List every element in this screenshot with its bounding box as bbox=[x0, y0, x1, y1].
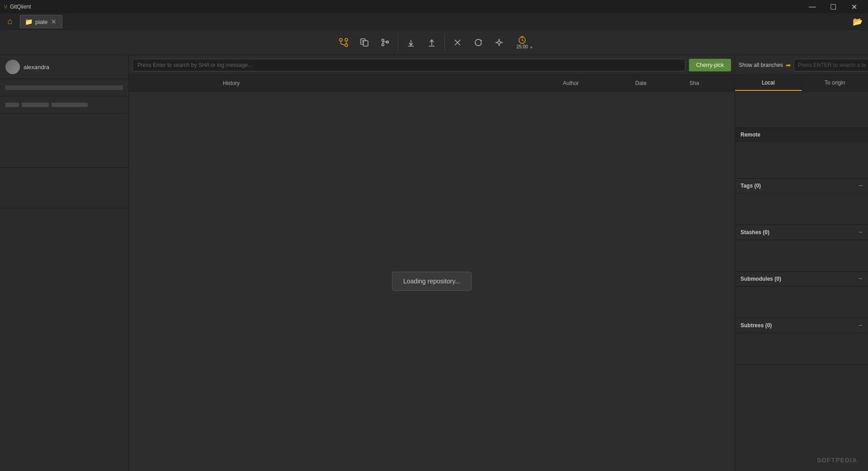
maximize-button[interactable]: ☐ bbox=[823, 0, 844, 14]
minimize-button[interactable]: — bbox=[802, 0, 823, 14]
cherry-pick-button[interactable]: Cherry-pick bbox=[689, 59, 731, 71]
avatar-image bbox=[5, 60, 20, 74]
svg-point-0 bbox=[340, 38, 342, 41]
toolbar-sep-1 bbox=[398, 34, 398, 51]
timer-button[interactable]: 25:00 ▾ bbox=[510, 33, 534, 52]
to-origin-tab[interactable]: To origin bbox=[802, 75, 868, 91]
repo-tab-piale[interactable]: 📁 piale ✕ bbox=[20, 15, 62, 28]
sidebar-repo-row-2[interactable] bbox=[0, 96, 128, 113]
submodules-collapse-icon: − bbox=[859, 275, 863, 283]
local-section bbox=[735, 91, 868, 128]
subtrees-body bbox=[735, 333, 868, 365]
titlebar-controls: — ☐ ✕ bbox=[802, 0, 864, 14]
pull-button[interactable] bbox=[401, 33, 421, 52]
loading-box: Loading repository... bbox=[392, 272, 472, 291]
remote-label: Remote bbox=[741, 132, 760, 138]
home-tab[interactable]: ⌂ bbox=[2, 15, 18, 28]
avatar bbox=[5, 60, 20, 74]
branch-tabs: Local To origin bbox=[735, 75, 868, 91]
remote-section: Remote bbox=[735, 128, 868, 179]
tags-label: Tags (0) bbox=[741, 183, 761, 189]
sidebar-empty-section-1 bbox=[0, 113, 128, 168]
log-area: Loading repository... bbox=[129, 91, 735, 471]
push-button[interactable] bbox=[422, 33, 442, 52]
repo-tab-label: piale bbox=[35, 19, 47, 25]
submodules-section-header[interactable]: Submodules (0) − bbox=[735, 272, 868, 287]
sidebar-repo-bar-1 bbox=[5, 85, 123, 90]
repo-folder-icon: 📂 bbox=[853, 17, 866, 27]
tags-body bbox=[735, 193, 868, 225]
subtrees-label: Subtrees (0) bbox=[741, 322, 772, 329]
branch-search-bar: Show all branches ➦ bbox=[735, 55, 868, 75]
table-header: History Author Date Sha bbox=[129, 75, 735, 91]
svg-rect-7 bbox=[363, 41, 368, 46]
stashes-section-header[interactable]: Stashes (0) − bbox=[735, 225, 868, 240]
content-area: Cherry-pick History Author Date Sha Load… bbox=[129, 55, 735, 471]
tags-section-header[interactable]: Tags (0) − bbox=[735, 179, 868, 193]
loading-text: Loading repository... bbox=[403, 278, 460, 285]
settings-button[interactable] bbox=[489, 33, 509, 52]
col-history: History bbox=[219, 80, 563, 86]
timer-chevron-icon: ▾ bbox=[530, 45, 533, 50]
repo-tab-icon: 📁 bbox=[25, 18, 33, 25]
sidebar: alexandra bbox=[0, 55, 129, 471]
toolbar-sep-2 bbox=[444, 34, 445, 51]
svg-point-20 bbox=[498, 41, 500, 44]
tags-collapse-icon: − bbox=[859, 182, 863, 189]
app-icon: ⑂ bbox=[4, 3, 7, 10]
sidebar-username: alexandra bbox=[24, 64, 49, 71]
search-input[interactable] bbox=[132, 59, 685, 71]
col-author: Author bbox=[563, 80, 635, 86]
tab-close-button[interactable]: ✕ bbox=[50, 18, 57, 25]
submodules-label: Submodules (0) bbox=[741, 276, 781, 282]
sidebar-bar-part-3 bbox=[52, 103, 88, 107]
sidebar-bar-part-1 bbox=[5, 103, 19, 107]
local-tab[interactable]: Local bbox=[735, 75, 802, 91]
svg-line-4 bbox=[341, 44, 345, 45]
timer-label: 25:00 bbox=[516, 45, 528, 49]
branch-button[interactable] bbox=[375, 33, 395, 52]
close-button[interactable]: ✕ bbox=[844, 0, 864, 14]
toolbar: 25:00 ▾ bbox=[0, 30, 868, 55]
sidebar-repo-row-1[interactable] bbox=[0, 79, 128, 96]
branch-arrow-icon: ➦ bbox=[786, 61, 791, 69]
git-flow-button[interactable] bbox=[334, 33, 354, 52]
svg-line-23 bbox=[522, 40, 524, 41]
refresh-button[interactable] bbox=[468, 33, 488, 52]
remote-body bbox=[735, 142, 868, 178]
svg-point-2 bbox=[345, 38, 348, 41]
clone-button[interactable] bbox=[354, 33, 374, 52]
stashes-body bbox=[735, 240, 868, 272]
remote-header: Remote bbox=[735, 128, 868, 142]
sidebar-empty-section-2 bbox=[0, 168, 128, 208]
titlebar-left: ⑂ GitQlient bbox=[4, 3, 31, 10]
right-panel: Show all branches ➦ Local To origin Remo… bbox=[735, 55, 868, 471]
stashes-label: Stashes (0) bbox=[741, 229, 769, 236]
col-sha: Sha bbox=[689, 80, 735, 86]
stash-button[interactable] bbox=[448, 33, 467, 52]
sidebar-user-row: alexandra bbox=[0, 55, 128, 79]
svg-point-11 bbox=[382, 43, 384, 46]
sidebar-bar-part-2 bbox=[22, 103, 49, 107]
subtrees-section-header[interactable]: Subtrees (0) − bbox=[735, 318, 868, 333]
app-title: GitQlient bbox=[10, 4, 31, 10]
show-all-branches-button[interactable]: Show all branches bbox=[739, 62, 783, 68]
main-layout: alexandra Cherry-pick History Author Dat… bbox=[0, 55, 868, 471]
stashes-collapse-icon: − bbox=[859, 229, 863, 236]
titlebar: ⑂ GitQlient — ☐ ✕ bbox=[0, 0, 868, 14]
submodules-body bbox=[735, 287, 868, 318]
svg-point-10 bbox=[382, 39, 384, 41]
branch-search-input[interactable] bbox=[794, 59, 868, 71]
tabbar: ⌂ 📁 piale ✕ 📂 bbox=[0, 14, 868, 30]
col-date: Date bbox=[635, 80, 689, 86]
search-bar: Cherry-pick bbox=[129, 55, 735, 75]
svg-point-1 bbox=[345, 44, 348, 47]
local-branches-body bbox=[735, 91, 868, 127]
subtrees-collapse-icon: − bbox=[859, 322, 863, 329]
